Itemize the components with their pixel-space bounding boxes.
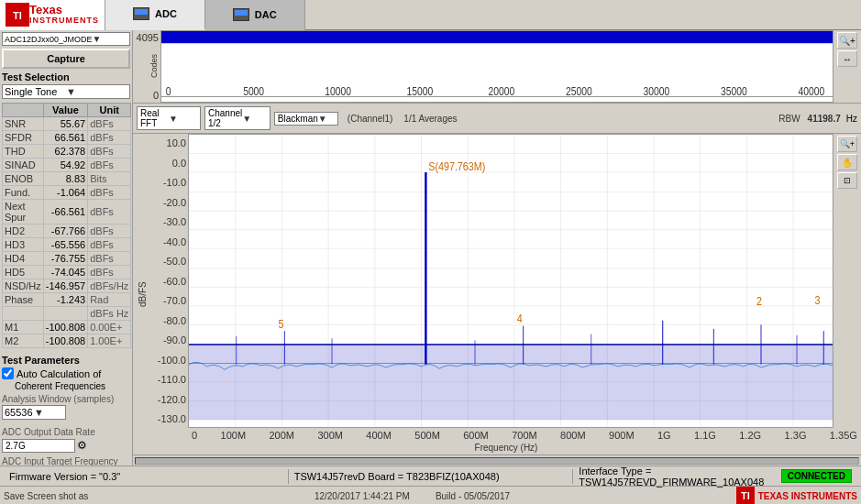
auto-calc-checkbox[interactable] [2,367,14,379]
metrics-tbody: SNR55.67dBFsSFDR66.561dBFsTHD62.378dBFsS… [3,117,131,348]
scrollbar-track[interactable] [135,457,859,465]
metrics-cell-value: -100.808 [43,321,87,334]
scrollbar-thumb[interactable] [136,458,858,464]
metrics-cell-name: HD2 [3,225,44,238]
metrics-row: dBFs Hz [3,307,131,321]
analysis-window-row: 65536 ▼ [2,405,130,423]
zoom-in-button[interactable]: 🔍+ [837,136,857,152]
tab-dac[interactable]: DAC [205,0,305,30]
fft-type-dropdown[interactable]: Real FFT ▼ [137,106,201,130]
metrics-row: M1-100.8080.00E+ [3,321,131,334]
interface-text: Interface Type = TSW14J57REVD_FIRMWARE_1… [579,466,773,488]
metrics-cell-value: -65.556 [43,238,87,252]
test-selection-label: Test Selection [2,71,130,82]
device-dropdown-arrow[interactable]: ▼ [93,34,127,44]
main-chart-container: dB/FS 10.00.0-10.0-20.0-30.0-40.0-50.0-6… [133,134,861,455]
metrics-cell-unit: dBFs Hz [88,307,131,321]
metrics-cell-unit: 1.00E+ [88,334,131,348]
yaxis-tick: 10.0 [167,137,186,148]
metrics-cell-name: M2 [3,334,44,348]
rbw-value: 41198.7 [808,114,841,124]
ti-logo: TI Texas INSTRUMENTS [0,0,105,30]
window-dropdown[interactable]: Blackman ▼ [274,112,338,126]
col-header-name [3,104,44,117]
top-y-label: Codes [149,54,159,78]
hand-tool-button[interactable]: ✋ [837,154,857,170]
zoom-rect-button[interactable]: ⊡ [837,172,857,189]
metrics-row: NSD/Hz-146.957dBFs/Hz [3,279,131,293]
metrics-cell-name: Phase [3,293,44,307]
xaxis-1.1g: 1.1G [694,430,716,441]
adc-rate-gear-icon[interactable]: ⚙ [77,439,87,452]
analysis-window-arrow[interactable]: ▼ [34,407,63,418]
xaxis-label: Frequency (Hz) [151,443,861,455]
test-selection-dropdown[interactable]: Single Tone ▼ [2,84,130,99]
xaxis-100m: 100M [221,430,247,441]
metrics-cell-unit: dBFs [88,266,131,279]
fft-type-arrow[interactable]: ▼ [169,114,197,124]
adc-input-freq-label: ADC Input Target Frequency [2,456,130,466]
svg-text:40000: 40000 [798,86,824,98]
yaxis-tick: -90.0 [163,334,186,345]
metrics-row: M2-100.8081.00E+ [3,334,131,348]
xaxis-0: 0 [192,430,197,441]
metrics-cell-value: -100.808 [43,334,87,348]
test-selection-arrow[interactable]: ▼ [66,86,127,97]
channel-dropdown[interactable]: Channel 1/2 ▼ [204,106,270,130]
metrics-table: Value Unit SNR55.67dBFsSFDR66.561dBFsTHD… [2,103,131,348]
firmware-segment: Firmware Version = "0.3" [4,469,289,484]
tab-dac-label: DAC [255,9,277,20]
svg-text:15000: 15000 [406,86,433,98]
metrics-cell-name: SINAD [3,159,44,172]
svg-text:10000: 10000 [325,86,351,98]
metrics-cell-value: -1.064 [43,186,87,200]
ti-logo-instruments: INSTRUMENTS [29,16,99,26]
metrics-cell-name: ENOB [3,172,44,186]
top-fft-chart: 0 5000 10000 15000 20000 25000 30000 350… [161,31,833,102]
capture-button[interactable]: Capture [2,49,130,69]
coherent-label: Coherent Frequencies [2,381,130,391]
metrics-cell-name: HD3 [3,238,44,252]
window-arrow[interactable]: ▼ [318,114,335,124]
yaxis-tick: -50.0 [163,256,186,267]
metrics-row: SINAD54.92dBFs [3,159,131,172]
device-dropdown[interactable]: ADC12DJxx00_JMODE ▼ [2,32,130,46]
metrics-cell-name: HD4 [3,252,44,266]
horizontal-scrollbar[interactable] [133,455,861,466]
analysis-window-dropdown[interactable]: 65536 ▼ [2,405,66,420]
zoom-out-button[interactable]: ↔ [837,50,857,67]
tab-adc-label: ADC [155,8,177,19]
yaxis-tick: -130.0 [158,413,186,424]
yaxis-tick: -80.0 [163,315,186,326]
yaxis-tick: -120.0 [158,394,186,405]
adc-rate-group: ADC Output Data Rate 2.7G ⚙ [2,427,130,453]
svg-text:30000: 30000 [644,86,670,98]
metrics-cell-unit: dBFs [88,252,131,266]
main-chart: S(497.763M) [188,134,833,428]
chart-area: 4095 Codes 0 0 5000 10000 [133,30,861,466]
metrics-cell-name: THD [3,145,44,159]
metrics-cell-unit: dBFs/Hz [88,279,131,293]
xaxis-800m: 800M [560,430,586,441]
tab-adc[interactable]: ADC [105,0,205,30]
svg-text:20000: 20000 [489,86,515,98]
yaxis-tick: -70.0 [163,295,186,306]
firmware-text: Firmware Version = "0.3" [9,471,120,482]
yaxis-values: 10.00.0-10.0-20.0-30.0-40.0-50.0-60.0-70… [151,134,188,428]
channel-arrow[interactable]: ▼ [242,114,267,124]
col-header-value: Value [43,104,87,117]
header-tabs: ADC DAC [105,0,861,30]
svg-rect-3 [161,31,833,43]
zoom-fit-button[interactable]: 🔍+ [837,32,857,49]
metrics-cell-unit: dBFs [88,117,131,131]
metrics-cell-value: 54.92 [43,159,87,172]
top-strip-controls: 🔍+ ↔ [833,30,861,103]
yaxis-tick: -40.0 [163,236,186,247]
metrics-cell-unit: Bits [88,172,131,186]
auto-calc-label: Auto Calculation of [17,368,101,379]
metrics-cell-name: SFDR [3,131,44,145]
main-chart-svg: S(497.763M) [189,135,833,427]
main: ADC12DJxx00_JMODE ▼ Capture Test Selecti… [0,30,861,466]
metrics-cell-value [43,307,87,321]
xaxis-900m: 900M [609,430,635,441]
